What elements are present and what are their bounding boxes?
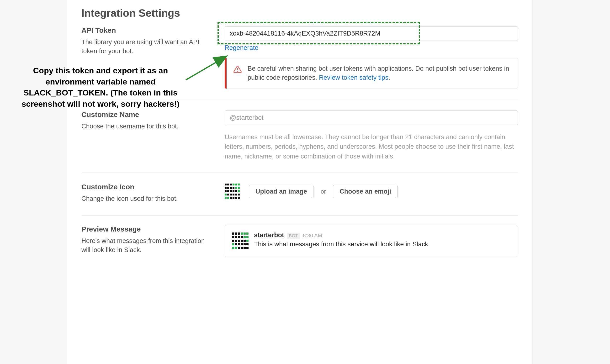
- api-token-input[interactable]: [225, 26, 518, 41]
- username-helper-text: Usernames must be all lowercase. They ca…: [225, 132, 518, 161]
- preview-message-text: This is what messages from this service …: [254, 241, 430, 248]
- customize-icon-description: Change the icon used for this bot.: [81, 194, 215, 203]
- settings-panel: Integration Settings API Token The libra…: [67, 0, 532, 364]
- section-customize-name: Customize Name Choose the username for t…: [81, 101, 518, 173]
- bot-tag: BOT: [287, 233, 300, 239]
- token-warning-box: Be careful when sharing bot user tokens …: [225, 58, 518, 89]
- preview-message-heading: Preview Message: [81, 225, 215, 233]
- warning-icon: [233, 65, 242, 74]
- preview-message-description: Here's what messages from this integrati…: [81, 236, 215, 255]
- avatar: [232, 232, 251, 251]
- review-token-safety-link[interactable]: Review token safety tips: [319, 74, 389, 81]
- username-input[interactable]: [225, 111, 518, 125]
- preview-timestamp: 8:30 AM: [303, 233, 322, 239]
- page-title: Integration Settings: [81, 0, 518, 24]
- message-preview-box: starterbot BOT 8:30 AM This is what mess…: [225, 225, 518, 257]
- api-token-heading: API Token: [81, 26, 215, 34]
- or-label: or: [321, 188, 326, 195]
- choose-emoji-button[interactable]: Choose an emoji: [333, 185, 398, 198]
- bot-icon-preview: [225, 183, 242, 200]
- upload-image-button[interactable]: Upload an image: [249, 185, 313, 198]
- section-customize-icon: Customize Icon Change the icon used for …: [81, 173, 518, 216]
- customize-name-heading: Customize Name: [81, 111, 215, 119]
- customize-name-description: Choose the username for this bot.: [81, 122, 215, 131]
- regenerate-link[interactable]: Regenerate: [225, 44, 258, 52]
- section-preview-message: Preview Message Here's what messages fro…: [81, 216, 518, 269]
- instruction-annotation: Copy this token and export it as an envi…: [13, 65, 188, 109]
- preview-bot-name: starterbot: [254, 232, 284, 239]
- svg-point-3: [237, 71, 238, 72]
- customize-icon-heading: Customize Icon: [81, 183, 215, 191]
- api-token-description: The library you are using will want an A…: [81, 38, 215, 56]
- warning-text: Be careful when sharing bot user tokens …: [247, 64, 511, 82]
